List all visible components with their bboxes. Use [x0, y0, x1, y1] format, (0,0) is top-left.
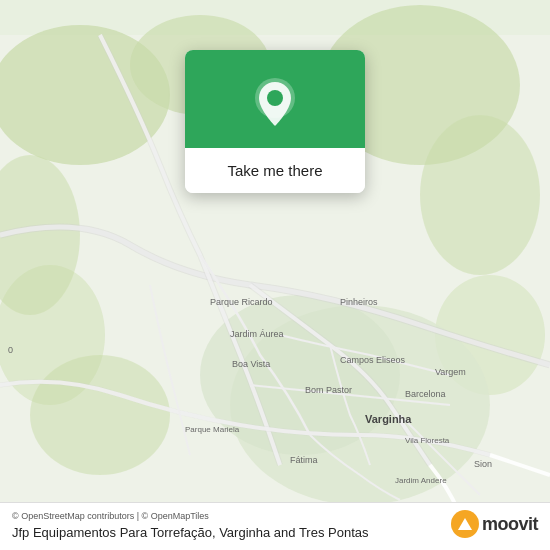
moovit-logo: moovit	[451, 510, 538, 538]
svg-text:Campos Eliseos: Campos Eliseos	[340, 355, 406, 365]
moovit-icon	[451, 510, 479, 538]
svg-text:Jardim Áurea: Jardim Áurea	[230, 329, 284, 339]
take-me-there-button[interactable]: Take me there	[185, 148, 365, 193]
location-pin-icon	[253, 78, 297, 130]
svg-marker-28	[458, 518, 472, 530]
svg-point-4	[420, 115, 540, 275]
svg-text:Bom Pastor: Bom Pastor	[305, 385, 352, 395]
moovit-triangle-icon	[457, 517, 473, 531]
svg-point-27	[267, 90, 283, 106]
place-name: Jfp Equipamentos Para Torrefação, Vargin…	[12, 525, 369, 540]
location-popup: Take me there	[185, 50, 365, 193]
svg-text:Parque Mariela: Parque Mariela	[185, 425, 240, 434]
svg-text:Sion: Sion	[474, 459, 492, 469]
map-container: Pinheiros Parque Ricardo Jardim Áurea Bo…	[0, 0, 550, 550]
svg-text:Vargem: Vargem	[435, 367, 466, 377]
svg-text:Parque Ricardo: Parque Ricardo	[210, 297, 273, 307]
svg-text:Jardim Andere: Jardim Andere	[395, 476, 447, 485]
svg-text:Barcelona: Barcelona	[405, 389, 446, 399]
bottom-info-bar: © OpenStreetMap contributors | © OpenMap…	[0, 502, 550, 550]
svg-text:0: 0	[8, 345, 13, 355]
svg-text:Varginha: Varginha	[365, 413, 412, 425]
svg-text:Boa Vista: Boa Vista	[232, 359, 270, 369]
popup-header	[185, 50, 365, 148]
svg-text:Fátima: Fátima	[290, 455, 318, 465]
svg-text:Vila Floresta: Vila Floresta	[405, 436, 450, 445]
moovit-text: moovit	[482, 514, 538, 535]
svg-text:Pinheiros: Pinheiros	[340, 297, 378, 307]
